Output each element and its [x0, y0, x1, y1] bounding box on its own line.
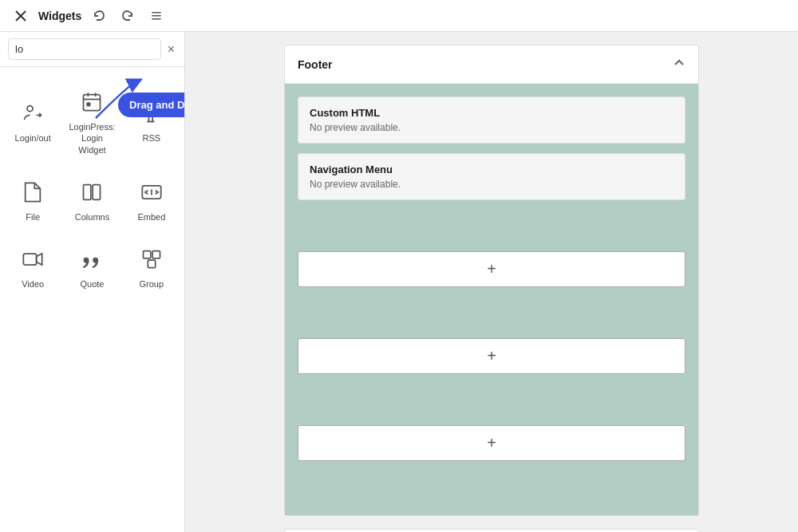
person-arrow-icon [18, 99, 47, 128]
widget-item-columns[interactable]: Columns [65, 170, 118, 231]
widget-label-rss: RSS [143, 132, 161, 144]
widget-item-file[interactable]: File [6, 170, 59, 231]
widget-label-file: File [26, 211, 40, 223]
footer-panel-body: Custom HTML No preview available. Naviga… [285, 84, 698, 515]
columns-icon [77, 178, 106, 207]
widget-item-login-out[interactable]: Login/out [6, 80, 59, 164]
widget-card-nav-menu-subtitle: No preview available. [310, 179, 674, 190]
widget-label-columns: Columns [75, 211, 109, 223]
svg-rect-2 [152, 12, 161, 14]
svg-rect-20 [152, 251, 160, 258]
widget-card-nav-menu-title: Navigation Menu [310, 164, 674, 175]
svg-rect-18 [23, 254, 36, 265]
content-area: Footer Custom HTML No preview available.… [185, 32, 798, 532]
add-widget-button-3[interactable]: + [298, 425, 685, 461]
svg-point-5 [27, 106, 33, 112]
svg-rect-10 [88, 103, 91, 106]
file-icon [18, 178, 47, 207]
spacer-1 [298, 210, 685, 242]
footer-panel-title: Footer [298, 58, 333, 71]
widget-item-loginpress[interactable]: LoginPress:Login Widget [65, 80, 118, 164]
widget-label-group: Group [140, 278, 164, 290]
spacer-3 [298, 384, 685, 416]
widget-label-video: Video [22, 278, 44, 290]
close-button[interactable] [10, 5, 32, 27]
svg-rect-21 [148, 260, 155, 267]
embed-icon [137, 178, 166, 207]
widget-card-custom-html: Custom HTML No preview available. [298, 97, 685, 144]
menu-button[interactable] [145, 5, 168, 27]
footer-panel-toggle[interactable] [673, 57, 685, 72]
top-bar: Widgets [0, 0, 798, 32]
spacer-2 [298, 297, 685, 329]
widget-card-custom-html-subtitle: No preview available. [310, 122, 674, 133]
widget-item-video[interactable]: Video [6, 237, 59, 298]
widget-item-rss[interactable]: RSS [125, 80, 178, 164]
paragraph-icon [137, 99, 166, 128]
widget-label-embed: Embed [137, 211, 165, 223]
svg-rect-3 [152, 15, 161, 17]
search-clear-button[interactable]: × [166, 41, 176, 57]
svg-rect-15 [93, 185, 101, 200]
search-input[interactable] [8, 38, 161, 60]
group-icon [137, 245, 166, 274]
page-title: Widgets [38, 10, 81, 22]
search-bar: × [0, 32, 184, 67]
video-icon [18, 245, 47, 274]
widget-item-embed[interactable]: Embed [125, 170, 178, 231]
footer-panel-header: Footer [285, 45, 698, 84]
widget-label-login-out: Login/out [15, 132, 51, 144]
footer-panel: Footer Custom HTML No preview available.… [284, 45, 699, 516]
svg-rect-19 [143, 251, 150, 258]
calendar-grid-icon [77, 88, 106, 116]
inactive-widgets-panel: Inactive widgets [284, 529, 699, 532]
widget-card-nav-menu: Navigation Menu No preview available. [298, 153, 685, 200]
main-layout: × Drag and Drop [0, 32, 798, 532]
widget-card-custom-html-title: Custom HTML [310, 107, 674, 119]
svg-rect-14 [84, 185, 91, 200]
widget-item-group[interactable]: Group [125, 237, 178, 298]
widget-label-quote: Quote [81, 278, 105, 290]
svg-rect-6 [84, 95, 101, 111]
widget-grid: Drag and Drop Login/out [0, 67, 184, 310]
spacer-4 [298, 471, 685, 502]
add-widget-button-2[interactable]: + [298, 338, 685, 374]
widget-label-loginpress: LoginPress:Login Widget [69, 121, 115, 156]
quote-icon [77, 245, 106, 274]
widget-item-quote[interactable]: Quote [65, 237, 118, 298]
undo-button[interactable] [88, 5, 110, 27]
svg-rect-4 [152, 18, 161, 20]
add-widget-button-1[interactable]: + [298, 251, 685, 287]
sidebar: × Drag and Drop [0, 32, 185, 532]
redo-button[interactable] [117, 5, 139, 27]
